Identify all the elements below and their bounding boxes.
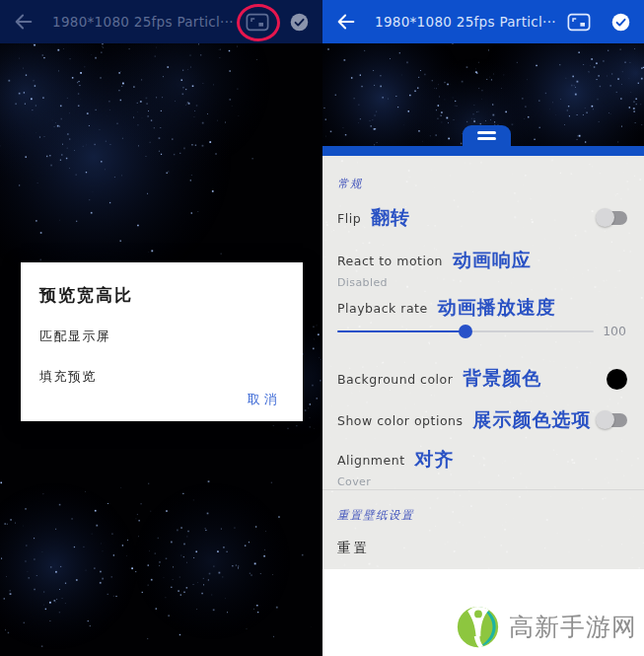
toggle-knob [596,410,614,429]
dialog-title: 预览宽高比 [39,284,283,307]
menu-handle-icon [477,131,496,134]
screenshot-left: 1980*1080 25fps Particl··· [0,0,322,656]
screenshot-right: 1980*1080 25fps Particl··· [322,0,644,656]
aspect-ratio-icon [567,13,591,32]
section-reset: 重置壁纸设置 [337,508,627,523]
aspect-ratio-icon [246,13,269,32]
left-appbar: 1980*1080 25fps Particl··· [0,0,322,43]
sheet-header-bar [322,146,644,156]
row-playback-rate: Playback rate 动画播放速度 [337,295,627,321]
screenshot-pair: 1980*1080 25fps Particl··· [0,0,644,656]
aspect-ratio-dialog: 预览宽高比 匹配显示屏 填充预览 取消 [21,262,303,421]
aspect-ratio-button[interactable] [245,12,270,32]
section-divider [322,489,644,490]
slider-thumb[interactable] [459,325,472,338]
sheet-drag-handle[interactable] [463,125,511,146]
alignment-value: Cover [337,475,627,488]
confirm-icon[interactable] [289,12,310,33]
appbar-actions [245,12,310,33]
row-alignment[interactable]: Alignment 对齐 Cover [337,447,627,488]
page-title: 1980*1080 25fps Particl··· [52,14,245,30]
appbar-actions [566,12,631,33]
watermark-text: 高新手游网 [509,611,637,643]
row-flip: Flip 翻转 [337,205,627,231]
watermark: 高新手游网 [456,605,637,649]
aspect-ratio-button[interactable] [566,12,592,32]
back-icon[interactable] [335,11,357,33]
section-general: 常规 [337,177,627,191]
row-background-color: Background color 背景颜色 [337,366,627,392]
cancel-button[interactable]: 取消 [248,391,281,408]
page-title: 1980*1080 25fps Particl··· [375,14,566,30]
flip-toggle[interactable] [598,211,627,225]
playback-rate-value: 100 [603,324,626,338]
menu-handle-icon [477,137,496,140]
back-icon[interactable] [13,11,35,33]
dialog-option-match-display[interactable]: 匹配显示屏 [39,328,283,345]
right-appbar: 1980*1080 25fps Particl··· [322,0,644,43]
dialog-option-fill-preview[interactable]: 填充预览 [39,368,283,386]
confirm-icon[interactable] [610,12,631,33]
row-react-to-motion[interactable]: React to motion 动画响应 Disabled [337,248,627,289]
slider-fill [337,330,465,332]
reset-button[interactable]: 重置 [337,540,627,557]
white-footer: 高新手游网 [322,569,644,656]
react-to-motion-value: Disabled [337,276,627,289]
settings-panel: 常规 Flip 翻转 React to motion 动画响应 Disabled… [322,156,644,569]
show-color-options-toggle[interactable] [598,413,627,427]
site-logo-icon [456,605,500,649]
toggle-knob [596,208,614,227]
row-show-color-options: Show color options 展示颜色选项 [337,407,627,433]
background-color-swatch[interactable] [607,369,627,390]
right-settings-screen: 常规 Flip 翻转 React to motion 动画响应 Disabled… [322,43,644,656]
left-preview-screen: 预览宽高比 匹配显示屏 填充预览 取消 [0,43,322,656]
playback-rate-slider[interactable] [337,325,594,337]
